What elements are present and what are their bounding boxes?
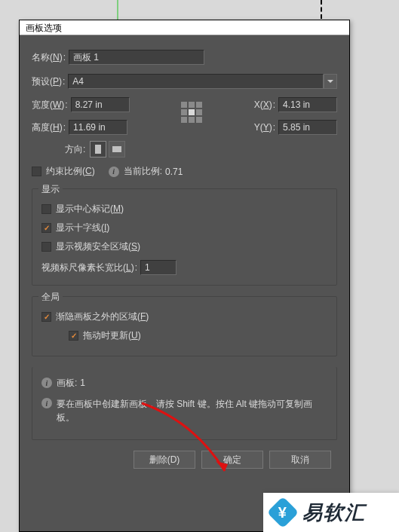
height-input[interactable]: [69, 120, 127, 135]
portrait-icon: [95, 145, 101, 154]
show-crosshairs-checkbox[interactable]: [41, 223, 51, 233]
chevron-down-icon: [327, 80, 333, 83]
constrain-proportions-checkbox[interactable]: [32, 167, 41, 176]
x-input[interactable]: [278, 97, 337, 112]
display-group: 显示 显示中心标记(M) 显示十字线(I) 显示视频安全区域(S) 视频标尺像素…: [32, 188, 337, 286]
show-video-safe-label: 显示视频安全区域(S): [56, 240, 140, 253]
fade-outside-label: 渐隐画板之外的区域(F): [56, 310, 149, 323]
artboard-options-dialog: 画板选项 名称(N): 预设(P): 宽度(W): 高度(H):: [19, 20, 350, 532]
width-input[interactable]: [71, 97, 130, 112]
y-input[interactable]: [278, 120, 337, 135]
show-center-mark-checkbox[interactable]: [41, 204, 51, 214]
logo-text: 易软汇: [302, 500, 366, 526]
dialog-title: 画板选项: [26, 23, 62, 33]
preset-select[interactable]: [68, 74, 324, 89]
global-group: 全局 渐隐画板之外的区域(F) 拖动时更新(U): [32, 296, 337, 356]
logo-badge-icon: ¥: [269, 499, 296, 526]
current-ratio-value: 0.71: [165, 167, 183, 177]
update-drag-checkbox[interactable]: [69, 331, 78, 341]
current-ratio-label: 当前比例:: [124, 165, 162, 178]
hint-text: 要在画板中创建新画板，请按 Shift 键。按住 Alt 键拖动可复制画板。: [57, 397, 327, 424]
update-drag-label: 拖动时更新(U): [83, 329, 141, 342]
landscape-icon: [112, 146, 121, 152]
y-label: Y(Y):: [254, 122, 278, 133]
info-icon: i: [41, 378, 52, 388]
width-label: 宽度(W):: [32, 99, 71, 112]
orientation-label: 方向:: [65, 143, 85, 156]
show-crosshairs-label: 显示十字线(I): [56, 222, 109, 234]
constrain-proportions-label: 约束比例(C): [46, 165, 95, 178]
display-group-title: 显示: [38, 183, 63, 196]
name-label: 名称(N):: [32, 51, 69, 64]
video-par-input[interactable]: [140, 260, 176, 275]
artboard-count-label: 画板:: [57, 377, 77, 390]
name-input[interactable]: [69, 50, 204, 65]
orientation-portrait-button[interactable]: [90, 141, 106, 157]
reference-point-grid[interactable]: [181, 102, 202, 123]
delete-button[interactable]: 删除(D): [134, 451, 195, 469]
preset-label: 预设(P):: [32, 75, 68, 88]
global-group-title: 全局: [38, 291, 63, 304]
preset-dropdown-button[interactable]: [324, 74, 337, 89]
info-group: i 画板: 1 i 要在画板中创建新画板，请按 Shift 键。按住 Alt 键…: [32, 367, 337, 440]
orientation-landscape-button[interactable]: [109, 141, 125, 157]
cancel-button[interactable]: 取消: [269, 451, 331, 469]
artboard-count-value: 1: [80, 378, 85, 388]
info-icon: i: [109, 167, 119, 177]
fade-outside-checkbox[interactable]: [41, 312, 51, 322]
show-video-safe-checkbox[interactable]: [41, 242, 51, 252]
dialog-titlebar: 画板选项: [20, 20, 349, 35]
x-label: X(X):: [254, 99, 278, 110]
artboard-edge-dashed: [321, 0, 322, 19]
ok-button[interactable]: 确定: [201, 451, 263, 469]
watermark-logo: ¥ 易软汇: [263, 493, 399, 532]
info-icon: i: [41, 398, 52, 408]
show-center-mark-label: 显示中心标记(M): [56, 203, 124, 216]
height-label: 高度(H):: [32, 121, 69, 134]
video-par-label: 视频标尺像素长宽比(L):: [41, 261, 140, 274]
